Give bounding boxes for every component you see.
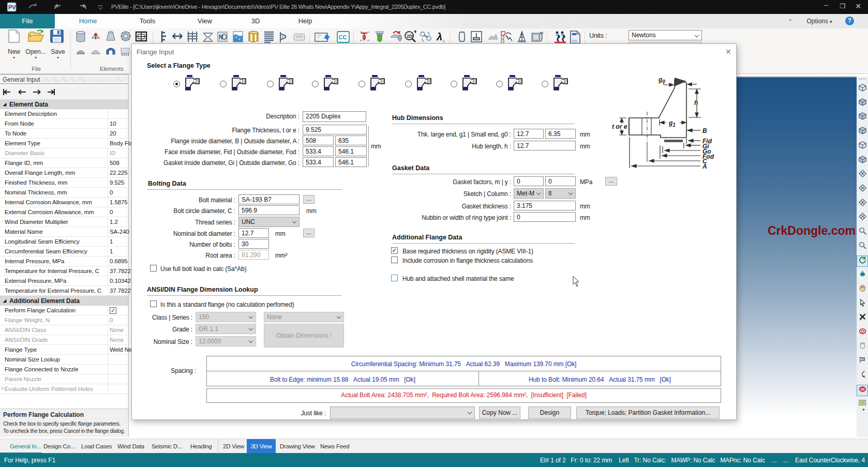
svg-text:A: A bbox=[702, 163, 707, 170]
svg-text:i: i bbox=[443, 39, 444, 43]
svg-text:B: B bbox=[702, 127, 707, 134]
svg-text:2D: 2D bbox=[407, 34, 413, 39]
svg-text:CC: CC bbox=[339, 34, 347, 40]
svg-text:g1: g1 bbox=[668, 119, 676, 128]
svg-text:PV: PV bbox=[8, 4, 16, 10]
svg-text:h: h bbox=[694, 99, 698, 107]
svg-text:t or e: t or e bbox=[612, 123, 627, 130]
svg-text:go: go bbox=[658, 76, 665, 84]
svg-text:λ: λ bbox=[436, 31, 442, 42]
